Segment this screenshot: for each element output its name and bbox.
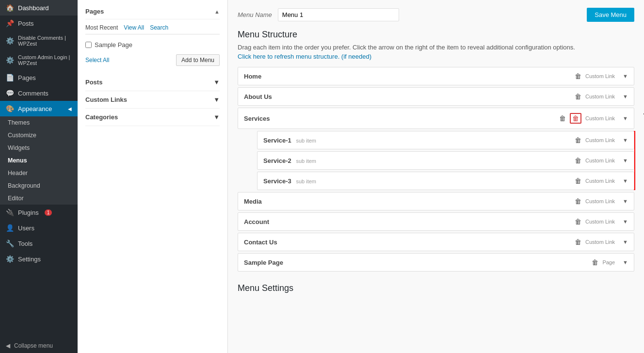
sample-page-expand-icon[interactable]: ▼ xyxy=(623,259,628,265)
sidebar-item-pages[interactable]: 📄 Pages xyxy=(0,70,78,85)
service-1-type: Custom Link xyxy=(585,137,615,143)
sidebar-item-custom-admin-login[interactable]: ⚙️ Custom Admin Login | WPZest xyxy=(0,50,78,70)
menu-name-row: Menu Name Save Menu xyxy=(238,8,634,22)
sidebar-sub-widgets[interactable]: Widgets xyxy=(0,142,78,154)
media-label: Media xyxy=(244,198,575,205)
menu-item-account[interactable]: Account 🗑 Custom Link ▼ xyxy=(238,212,634,231)
about-us-expand-icon[interactable]: ▼ xyxy=(623,94,628,99)
service-3-expand-icon[interactable]: ▼ xyxy=(623,178,628,184)
contact-us-delete-icon[interactable]: 🗑 xyxy=(575,238,581,246)
select-all-link[interactable]: Select All xyxy=(85,57,109,64)
sidebar-label-users: Users xyxy=(18,225,34,232)
menu-structure-title: Menu Structure xyxy=(238,30,634,40)
home-expand-icon[interactable]: ▼ xyxy=(623,73,628,79)
appearance-arrow: ◀ xyxy=(68,106,72,112)
sidebar-label-pages: Pages xyxy=(18,74,36,81)
sidebar-item-appearance[interactable]: 🎨 Appearance ◀ xyxy=(0,101,78,116)
sidebar-sub-header[interactable]: Header xyxy=(0,167,78,179)
contact-us-type: Custom Link xyxy=(585,239,615,245)
tab-search[interactable]: Search xyxy=(150,24,168,31)
services-delete-icon[interactable]: 🗑 xyxy=(559,114,566,122)
home-actions: 🗑 Custom Link ▼ xyxy=(575,72,628,80)
menu-refresh-link[interactable]: Click here to refresh menu structure. (i… xyxy=(238,53,634,60)
services-label: Services xyxy=(244,115,559,122)
media-expand-icon[interactable]: ▼ xyxy=(623,198,628,204)
menu-item-service-3[interactable]: Service-3 sub item 🗑 Custom Link ▼ xyxy=(257,172,634,190)
services-expand-icon[interactable]: ▼ xyxy=(623,115,628,121)
tab-view-all[interactable]: View All xyxy=(124,24,144,31)
sidebar-item-disable-comments[interactable]: ⚙️ Disable Comments | WPZest xyxy=(0,31,78,50)
sidebar-label-disable-comments: Disable Comments | WPZest xyxy=(18,35,72,47)
categories-chevron-icon: ▼ xyxy=(213,113,220,121)
pages-icon: 📄 xyxy=(6,74,14,81)
services-sub-items: Service-1 sub item 🗑 Custom Link ▼ Servi… xyxy=(257,131,634,190)
sidebar-sub-themes[interactable]: Themes xyxy=(0,116,78,129)
about-us-label: About Us xyxy=(244,93,575,100)
sidebar-item-users[interactable]: 👤 Users xyxy=(0,220,78,236)
home-delete-icon[interactable]: 🗑 xyxy=(575,72,581,80)
menu-item-sample-page[interactable]: Sample Page 🗑 Page ▼ xyxy=(238,253,634,272)
media-delete-icon[interactable]: 🗑 xyxy=(575,197,581,205)
menu-item-home[interactable]: Home 🗑 Custom Link ▼ xyxy=(238,67,634,85)
service-2-actions: 🗑 Custom Link ▼ xyxy=(575,157,628,164)
menu-name-input[interactable] xyxy=(278,8,399,21)
contact-us-expand-icon[interactable]: ▼ xyxy=(623,239,628,245)
pages-content: Most Recent View All Search Sample Page … xyxy=(85,19,220,66)
service-2-type: Custom Link xyxy=(585,158,615,163)
custom-links-title: Custom Links xyxy=(85,96,127,103)
sample-page-menu-label: Sample Page xyxy=(244,259,592,266)
service-2-expand-icon[interactable]: ▼ xyxy=(623,158,628,163)
service-3-delete-icon[interactable]: 🗑 xyxy=(575,177,581,185)
custom-links-section-header[interactable]: Custom Links ▼ xyxy=(85,91,220,109)
sidebar-label-settings: Settings xyxy=(18,256,41,263)
sample-page-actions: 🗑 Page ▼ xyxy=(592,258,628,266)
pages-section-title: Pages xyxy=(85,8,104,15)
posts-chevron-icon: ▼ xyxy=(213,79,220,86)
sample-page-checkbox[interactable] xyxy=(85,42,92,48)
sidebar: 🏠 Dashboard 📌 Posts ⚙️ Disable Comments … xyxy=(0,0,78,353)
menu-item-service-1[interactable]: Service-1 sub item 🗑 Custom Link ▼ xyxy=(257,131,634,149)
collapse-menu-button[interactable]: ◀ Collapse menu xyxy=(0,338,78,353)
add-to-menu-button[interactable]: Add to Menu xyxy=(176,54,220,66)
sidebar-item-posts[interactable]: 📌 Posts xyxy=(0,16,78,31)
posts-icon: 📌 xyxy=(6,19,14,27)
tab-most-recent[interactable]: Most Recent xyxy=(85,24,118,31)
menu-item-about-us[interactable]: About Us 🗑 Custom Link ▼ xyxy=(238,87,634,106)
menu-items-list: Home 🗑 Custom Link ▼ About Us 🗑 Custom L… xyxy=(238,67,634,272)
menu-item-media[interactable]: Media 🗑 Custom Link ▼ xyxy=(238,192,634,210)
sidebar-item-dashboard[interactable]: 🏠 Dashboard xyxy=(0,0,78,16)
service-2-label: Service-2 sub item xyxy=(263,157,575,164)
menu-item-services[interactable]: Services 🗑 🗑 Custom Link ▼ xyxy=(238,108,634,129)
services-bulk-delete-icon[interactable]: 🗑 xyxy=(570,113,581,124)
account-expand-icon[interactable]: ▼ xyxy=(623,219,628,225)
posts-section-title: Posts xyxy=(85,79,102,86)
categories-section-header[interactable]: Categories ▼ xyxy=(85,109,220,126)
right-panel: Menu Name Save Menu Menu Structure Drag … xyxy=(228,0,644,353)
about-us-delete-icon[interactable]: 🗑 xyxy=(575,93,581,100)
service-1-label: Service-1 sub item xyxy=(263,137,575,144)
sidebar-sub-customize[interactable]: Customize xyxy=(0,129,78,142)
sidebar-sub-menus[interactable]: Menus xyxy=(0,154,78,167)
pages-section-header[interactable]: Pages ▲ xyxy=(85,8,220,19)
posts-section-header[interactable]: Posts ▼ xyxy=(85,74,220,91)
sidebar-item-comments[interactable]: 💬 Comments xyxy=(0,85,78,101)
service-2-delete-icon[interactable]: 🗑 xyxy=(575,157,581,164)
collapse-arrow-icon: ◀ xyxy=(6,342,10,349)
save-menu-button[interactable]: Save Menu xyxy=(587,8,634,22)
sidebar-item-plugins[interactable]: 🔌 Plugins 1 xyxy=(0,205,78,220)
sample-page-delete-icon[interactable]: 🗑 xyxy=(592,258,598,266)
sidebar-sub-background[interactable]: Background xyxy=(0,179,78,192)
sidebar-item-tools[interactable]: 🔧 Tools xyxy=(0,236,78,251)
service-1-delete-icon[interactable]: 🗑 xyxy=(575,136,581,144)
service-1-expand-icon[interactable]: ▼ xyxy=(623,137,628,143)
account-label: Account xyxy=(244,218,575,225)
menu-item-contact-us[interactable]: Contact Us 🗑 Custom Link ▼ xyxy=(238,233,634,251)
sidebar-sub-editor[interactable]: Editor xyxy=(0,192,78,205)
sidebar-item-settings[interactable]: ⚙️ Settings xyxy=(0,251,78,267)
account-delete-icon[interactable]: 🗑 xyxy=(575,218,581,225)
plugins-icon: 🔌 xyxy=(6,209,14,216)
users-icon: 👤 xyxy=(6,224,14,232)
sample-page-type: Page xyxy=(602,259,615,265)
appearance-icon: 🎨 xyxy=(6,105,14,112)
menu-item-service-2[interactable]: Service-2 sub item 🗑 Custom Link ▼ xyxy=(257,151,634,170)
